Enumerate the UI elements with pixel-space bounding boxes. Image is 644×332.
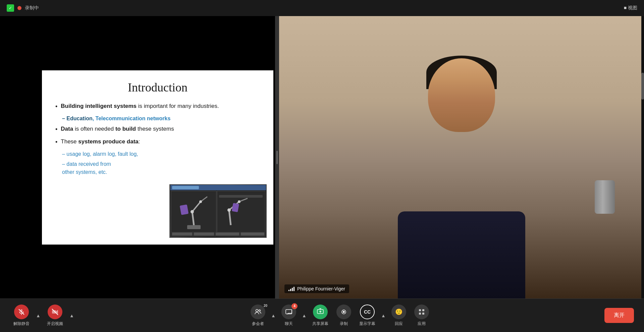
main-content: Introduction • Building intelligent syst… [0, 16, 644, 298]
reactions-button[interactable]: 🙂 回应 [388, 302, 410, 329]
bullet-dot-1: • [55, 102, 57, 111]
microphone-prop [595, 180, 615, 214]
bullet1-bold: Building intelligent systems [61, 103, 137, 109]
chat-label: 聊天 [285, 321, 293, 327]
participant-name: Philippe Fournier-Viger [297, 286, 345, 291]
top-right-controls: ■ 视图 [624, 5, 637, 11]
participants-chevron[interactable]: ▲ [270, 308, 277, 323]
presentation-slide: Introduction • Building intelligent syst… [42, 70, 273, 245]
slide-title: Introduction [55, 80, 260, 94]
bullet-dot-2: • [55, 125, 57, 134]
participants-button[interactable]: 20 参会者 [247, 302, 269, 329]
svg-point-8 [191, 210, 194, 213]
slide-body: • Building intelligent systems is import… [55, 102, 260, 176]
slide-embedded-image [169, 184, 267, 238]
view-label[interactable]: ■ 视图 [624, 5, 637, 11]
svg-point-34 [343, 311, 345, 313]
signal-bar-2 [290, 289, 291, 291]
leave-group: 离开 [604, 308, 634, 323]
leave-button[interactable]: 离开 [604, 308, 634, 323]
chat-chevron[interactable]: ▲ [301, 308, 308, 323]
signal-icon [288, 286, 294, 291]
svg-rect-2 [172, 186, 199, 189]
participants-svg [254, 308, 262, 316]
svg-point-15 [227, 208, 231, 212]
svg-rect-37 [419, 313, 421, 315]
video-chevron[interactable]: ▲ [68, 308, 75, 323]
panel-divider[interactable] [275, 16, 279, 298]
svg-rect-35 [419, 309, 421, 311]
bullet-item-2: • Data is often needed to build these sy… [55, 125, 260, 134]
share-svg [317, 308, 324, 316]
svg-point-16 [238, 200, 240, 203]
svg-point-30 [259, 310, 261, 311]
recording-dot [17, 6, 21, 10]
svg-point-29 [256, 309, 258, 312]
bullet-item-3: • These systems produce data: [55, 137, 260, 147]
video-label: 开启视频 [47, 321, 63, 327]
svg-rect-22 [216, 233, 239, 236]
recording-label: 录制中 [25, 5, 39, 11]
unmute-icon [14, 305, 29, 319]
record-label: 录制 [340, 321, 348, 327]
toolbar-center: 20 参会者 ▲ 4 聊天 ▲ [75, 302, 604, 329]
sub2b-text: – data received fromother systems, etc. [62, 161, 111, 175]
slide-image-content [170, 185, 266, 238]
bullet3-text: These systems produce data: [61, 137, 140, 146]
record-icon [336, 305, 351, 319]
person-body [398, 211, 525, 298]
scrollbar-thumb [641, 73, 644, 99]
bullet2-text: Data is often needed to build these syst… [61, 125, 174, 133]
slide-container: Introduction • Building intelligent syst… [40, 16, 275, 298]
unmute-label: 解除静音 [13, 321, 30, 327]
share-screen-icon [313, 305, 328, 319]
record-button[interactable]: 录制 [333, 302, 355, 329]
signal-bar-1 [288, 290, 289, 291]
video-slash-svg [51, 308, 59, 316]
audio-video-group: 解除静音 ▲ 开启视频 ▲ [10, 302, 75, 329]
apps-label: 应用 [418, 321, 426, 327]
captions-button[interactable]: CC 显示字幕 [356, 302, 379, 329]
apps-button[interactable]: 应用 [411, 302, 432, 329]
svg-rect-23 [241, 233, 264, 236]
signal-bar-3 [292, 288, 293, 291]
record-svg [340, 308, 347, 316]
robot-image-svg [170, 185, 266, 237]
apps-svg [418, 309, 425, 315]
right-scrollbar[interactable] [641, 16, 644, 298]
captions-icon: CC [360, 305, 375, 319]
svg-rect-36 [422, 309, 424, 311]
chat-svg [285, 308, 292, 316]
sub-item-2a: – usage log, alarm log, fault log, [62, 150, 260, 158]
svg-rect-3 [171, 191, 216, 236]
participant-name-badge: Philippe Fournier-Viger [284, 284, 349, 293]
bullet-item-1: • Building intelligent systems is import… [55, 102, 260, 111]
reactions-label: 回应 [395, 321, 403, 327]
person-head [428, 58, 495, 132]
svg-rect-20 [172, 233, 192, 236]
unmute-chevron[interactable]: ▲ [35, 308, 42, 323]
svg-rect-21 [194, 233, 214, 236]
mic-slash-svg [18, 308, 25, 316]
webcam-video [279, 16, 644, 298]
share-screen-button[interactable]: 共享屏幕 [309, 302, 332, 329]
video-button[interactable]: 开启视频 [44, 302, 66, 329]
emoji-icon: 🙂 [395, 308, 402, 316]
webcam-container: Philippe Fournier-Viger [279, 16, 644, 298]
participants-count: 20 [264, 304, 267, 308]
sub-item-2b: – data received fromother systems, etc. [62, 160, 260, 176]
reactions-icon: 🙂 [391, 305, 406, 319]
left-black-area [0, 16, 40, 298]
svg-rect-18 [219, 195, 263, 198]
top-left-controls: ✓ 录制中 [7, 4, 39, 12]
bottom-toolbar: 解除静音 ▲ 开启视频 ▲ [0, 298, 644, 332]
divider-handle [276, 151, 278, 164]
svg-point-9 [199, 200, 202, 203]
captions-label: 显示字幕 [359, 321, 375, 327]
svg-rect-38 [422, 313, 424, 315]
unmute-button[interactable]: 解除静音 [10, 302, 33, 329]
bullet1-text: Building intelligent systems is importan… [61, 102, 219, 111]
chat-button[interactable]: 4 聊天 [278, 302, 300, 329]
captions-chevron[interactable]: ▲ [380, 308, 387, 323]
education-text: – Education, Telecommunication networks [62, 116, 170, 121]
